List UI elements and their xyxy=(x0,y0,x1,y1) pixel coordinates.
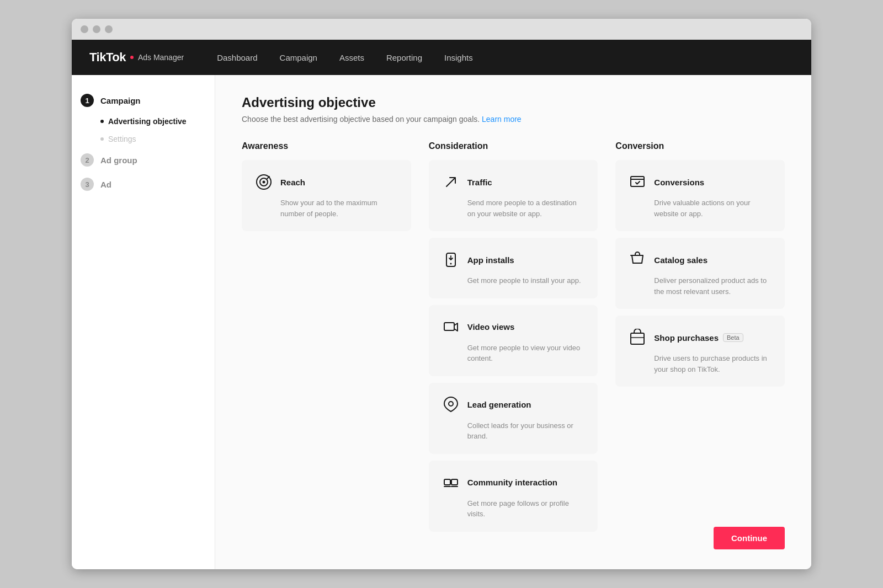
learn-more-link[interactable]: Learn more xyxy=(482,115,522,124)
logo: TikTok Ads Manager xyxy=(89,50,184,65)
top-nav: TikTok Ads Manager Dashboard Campaign As… xyxy=(72,40,811,75)
card-traffic[interactable]: Traffic Send more people to a destinatio… xyxy=(429,160,598,231)
page-subtitle: Choose the best advertising objective ba… xyxy=(242,115,785,124)
card-shop-purchases[interactable]: Shop purchases Beta Drive users to purch… xyxy=(615,316,785,387)
objectives-grid: Awareness xyxy=(242,141,785,532)
card-title-video-views: Video views xyxy=(467,322,515,332)
category-consideration: Consideration Traff xyxy=(429,141,598,532)
svg-point-7 xyxy=(449,402,453,406)
app-container: TikTok Ads Manager Dashboard Campaign As… xyxy=(72,40,811,569)
card-title-row-shop: Shop purchases Beta xyxy=(654,333,743,343)
sidebar-step-campaign[interactable]: 1 Campaign xyxy=(72,88,215,113)
sidebar-step-label-ad: Ad xyxy=(100,180,111,189)
card-title-shop-purchases: Shop purchases xyxy=(654,333,719,343)
card-title-traffic: Traffic xyxy=(467,178,492,187)
svg-rect-8 xyxy=(444,479,450,485)
card-desc-community-interaction: Get more page follows or profile visits. xyxy=(441,498,586,520)
card-header-conversions: Conversions xyxy=(627,172,773,192)
sub-dot-advertising xyxy=(100,120,104,123)
card-desc-video-views: Get more people to view your video conte… xyxy=(441,343,586,364)
sub-label-advertising-objective: Advertising objective xyxy=(108,117,187,126)
continue-btn-wrapper: Continue xyxy=(242,518,785,549)
svg-point-2 xyxy=(263,181,265,184)
video-views-icon xyxy=(441,317,461,337)
card-title-conversions: Conversions xyxy=(654,178,704,187)
card-video-views[interactable]: Video views Get more people to view your… xyxy=(429,305,598,376)
nav-item-dashboard[interactable]: Dashboard xyxy=(217,51,257,65)
svg-line-3 xyxy=(267,177,269,179)
sidebar-sub-advertising-objective[interactable]: Advertising objective xyxy=(72,113,215,130)
step-circle-2: 2 xyxy=(81,153,94,167)
nav-item-campaign[interactable]: Campaign xyxy=(280,51,317,65)
sidebar-step-ad[interactable]: 3 Ad xyxy=(72,172,215,196)
card-header-catalog-sales: Catalog sales xyxy=(627,250,773,270)
card-header-lead-generation: Lead generation xyxy=(441,395,586,415)
card-header-reach: Reach xyxy=(254,172,399,192)
app-installs-icon xyxy=(441,250,461,270)
card-title-lead-generation: Lead generation xyxy=(467,400,531,409)
card-desc-conversions: Drive valuable actions on your website o… xyxy=(627,197,773,219)
beta-badge-shop: Beta xyxy=(723,333,743,342)
step-circle-3: 3 xyxy=(81,178,94,191)
svg-rect-11 xyxy=(631,333,644,344)
category-title-consideration: Consideration xyxy=(429,141,598,151)
browser-dot-2 xyxy=(93,25,100,33)
step-circle-1: 1 xyxy=(81,94,94,107)
card-lead-generation[interactable]: Lead generation Collect leads for your b… xyxy=(429,383,598,454)
sub-label-settings: Settings xyxy=(108,135,136,143)
logo-dot-red xyxy=(130,56,134,59)
community-interaction-icon xyxy=(441,473,461,493)
sidebar-sub-settings[interactable]: Settings xyxy=(72,130,215,148)
sub-dot-settings xyxy=(100,137,104,141)
nav-item-insights[interactable]: Insights xyxy=(444,51,473,65)
sidebar: 1 Campaign Advertising objective Setting… xyxy=(72,75,215,569)
category-cards-consideration: Traffic Send more people to a destinatio… xyxy=(429,160,598,532)
logo-ads-manager: Ads Manager xyxy=(138,53,184,62)
browser-dot-3 xyxy=(105,25,113,33)
nav-items: Dashboard Campaign Assets Reporting Insi… xyxy=(217,51,473,65)
main-layout: 1 Campaign Advertising objective Setting… xyxy=(72,75,811,569)
card-desc-traffic: Send more people to a destination on you… xyxy=(441,197,586,219)
sidebar-step-label-campaign: Campaign xyxy=(100,96,141,105)
sidebar-step-adgroup[interactable]: 2 Ad group xyxy=(72,148,215,172)
subtitle-text: Choose the best advertising objective ba… xyxy=(242,115,480,124)
card-app-installs[interactable]: App installs Get more people to install … xyxy=(429,238,598,298)
category-cards-conversion: Conversions Drive valuable actions on yo… xyxy=(615,160,785,387)
nav-item-reporting[interactable]: Reporting xyxy=(386,51,422,65)
category-conversion: Conversion xyxy=(615,141,785,387)
card-header-community-interaction: Community interaction xyxy=(441,473,586,493)
sidebar-step-label-adgroup: Ad group xyxy=(100,156,137,165)
card-desc-app-installs: Get more people to install your app. xyxy=(441,275,586,286)
browser-chrome xyxy=(72,19,811,40)
category-awareness: Awareness xyxy=(242,141,411,231)
svg-rect-6 xyxy=(444,323,454,330)
continue-button[interactable]: Continue xyxy=(714,527,785,549)
svg-point-5 xyxy=(450,263,451,265)
browser-window: TikTok Ads Manager Dashboard Campaign As… xyxy=(72,19,811,569)
category-title-awareness: Awareness xyxy=(242,141,411,151)
content-area: Advertising objective Choose the best ad… xyxy=(215,75,811,569)
conversions-icon xyxy=(627,172,647,192)
card-conversions[interactable]: Conversions Drive valuable actions on yo… xyxy=(615,160,785,231)
card-desc-shop-purchases: Drive users to purchase products in your… xyxy=(627,353,773,375)
card-title-app-installs: App installs xyxy=(467,255,514,265)
traffic-icon xyxy=(441,172,461,192)
page-title: Advertising objective xyxy=(242,95,785,110)
shop-purchases-icon xyxy=(627,328,647,348)
catalog-sales-icon xyxy=(627,250,647,270)
card-header-app-installs: App installs xyxy=(441,250,586,270)
card-title-community-interaction: Community interaction xyxy=(467,478,557,487)
card-desc-lead-generation: Collect leads for your business or brand… xyxy=(441,420,586,442)
card-catalog-sales[interactable]: Catalog sales Deliver personalized produ… xyxy=(615,238,785,309)
nav-item-assets[interactable]: Assets xyxy=(339,51,364,65)
logo-tiktok: TikTok xyxy=(89,50,126,65)
lead-generation-icon xyxy=(441,395,461,415)
card-title-catalog-sales: Catalog sales xyxy=(654,255,708,265)
card-title-reach: Reach xyxy=(280,178,305,187)
card-desc-catalog-sales: Deliver personalized product ads to the … xyxy=(627,275,773,297)
card-header-shop-purchases: Shop purchases Beta xyxy=(627,328,773,348)
card-reach[interactable]: Reach Show your ad to the maximum number… xyxy=(242,160,411,231)
svg-rect-9 xyxy=(451,479,458,485)
browser-dot-1 xyxy=(81,25,88,33)
card-header-video-views: Video views xyxy=(441,317,586,337)
